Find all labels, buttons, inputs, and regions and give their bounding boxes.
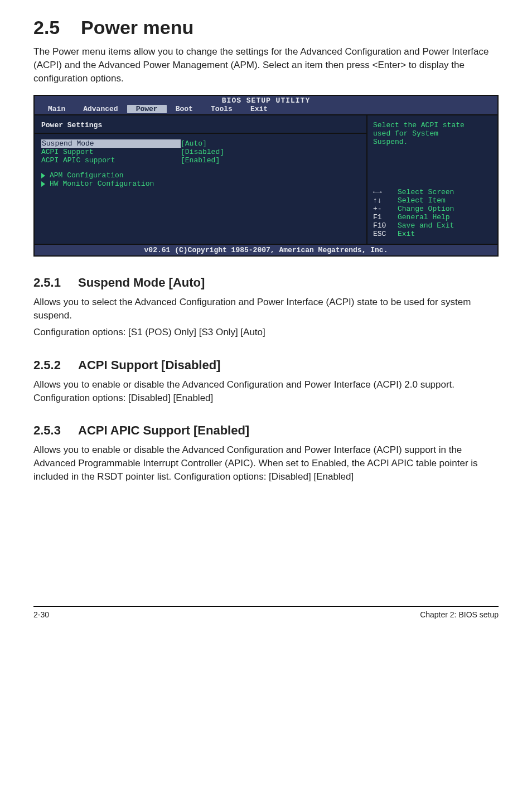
nav-key: F1 [373,213,398,221]
nav-key: F10 [373,221,398,230]
body-text: Allows you to select the Advanced Config… [33,296,499,322]
subsection-heading: 2.5.1Suspend Mode [Auto] [33,276,499,290]
nav-legend: ←→Select Screen ↑↓Select Item +-Change O… [367,182,497,244]
body-text: Allows you to enable or disable the Adva… [33,378,499,405]
nav-desc: General Help [398,213,450,221]
setting-value: [Disabled] [181,148,224,156]
setting-label: Suspend Mode [41,139,181,148]
setting-label: ACPI Support [41,148,181,156]
setting-suspend-mode[interactable]: Suspend Mode [Auto] [41,139,360,148]
bios-title: BIOS SETUP UTILITY [35,96,497,105]
submenu-label: HW Monitor Configuration [50,180,154,188]
intro-paragraph: The Power menu items allow you to change… [33,45,499,85]
subsection-number: 2.5.3 [33,423,78,438]
body-text: Configuration options: [S1 (POS) Only] [… [33,326,499,339]
page-footer: 2-30 Chapter 2: BIOS setup [33,606,499,619]
subsection-title: Suspend Mode [Auto] [78,276,205,289]
submenu-label: APM Configuration [50,171,124,180]
nav-key: +- [373,205,398,213]
nav-key: ↑↓ [373,196,398,205]
subsection-number: 2.5.2 [33,358,78,373]
nav-desc: Exit [398,230,415,238]
divider [35,133,366,134]
nav-desc: Change Option [398,205,454,213]
page-number: 2-30 [33,610,49,619]
bios-left-pane: Power Settings Suspend Mode [Auto] ACPI … [35,115,366,244]
help-line: Suspend. [373,138,492,146]
bios-menu-bar: Main Advanced Power Boot Tools Exit [35,105,497,114]
section-title: Power menu [81,17,194,38]
menu-boot[interactable]: Boot [167,105,202,113]
panel-title: Power Settings [41,121,360,129]
nav-key: ESC [373,230,398,238]
bios-right-pane: Select the ACPI state used for System Su… [366,115,497,244]
setting-value: [Auto] [181,139,207,148]
setting-acpi-support[interactable]: ACPI Support [Disabled] [41,148,360,156]
bios-footer: v02.61 (C)Copyright 1985-2007, American … [35,244,497,255]
help-line: used for System [373,129,492,138]
triangle-right-icon [41,181,45,187]
menu-exit[interactable]: Exit [241,105,277,113]
nav-key: ←→ [373,188,398,196]
subsection-number: 2.5.1 [33,276,78,290]
menu-tools[interactable]: Tools [202,105,241,113]
subsection-heading: 2.5.3ACPI APIC Support [Enabled] [33,423,499,438]
setting-label: ACPI APIC support [41,156,181,165]
section-heading: 2.5 Power menu [33,17,499,38]
nav-desc: Select Screen [398,188,454,196]
help-line: Select the ACPI state [373,121,492,129]
subsection-heading: 2.5.2ACPI Support [Disabled] [33,358,499,373]
chapter-label: Chapter 2: BIOS setup [420,610,499,619]
menu-advanced[interactable]: Advanced [74,105,127,113]
section-number: 2.5 [33,17,60,38]
menu-power[interactable]: Power [127,105,167,113]
setting-acpi-apic-support[interactable]: ACPI APIC support [Enabled] [41,156,360,165]
subsection-title: ACPI APIC Support [Enabled] [78,423,249,437]
subsection-title: ACPI Support [Disabled] [78,358,220,372]
submenu-hw-monitor-configuration[interactable]: HW Monitor Configuration [41,180,360,188]
nav-desc: Select Item [398,196,446,205]
body-text: Allows you to enable or disable the Adva… [33,443,499,483]
setting-value: [Enabled] [181,156,220,165]
bios-screenshot: BIOS SETUP UTILITY Main Advanced Power B… [33,95,499,257]
submenu-apm-configuration[interactable]: APM Configuration [41,171,360,180]
menu-main[interactable]: Main [39,105,74,113]
triangle-right-icon [41,173,45,178]
nav-desc: Save and Exit [398,221,454,230]
